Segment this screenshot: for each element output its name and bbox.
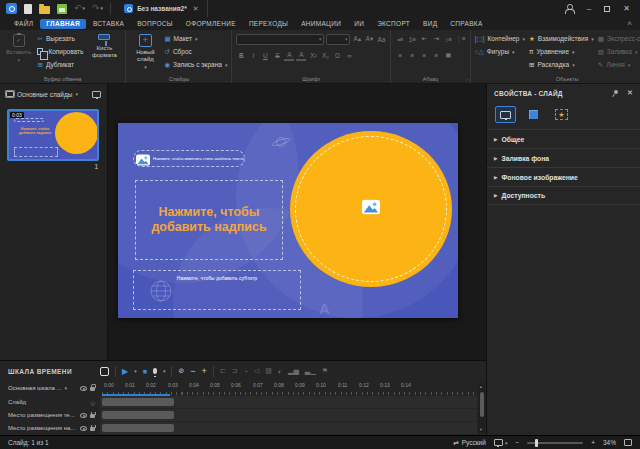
layout-dropdown-icon[interactable]: ▾ [195, 36, 198, 42]
underline-button[interactable]: U [260, 50, 270, 61]
section-accessibility[interactable]: ▶ Доступность [487, 186, 640, 205]
language-selector[interactable]: ⇄ Русский [453, 439, 486, 447]
new-slide-button[interactable]: + Новый слайд ▾ [130, 32, 160, 73]
tab-view[interactable]: ВИД [417, 19, 443, 29]
font-color-button[interactable]: A [296, 50, 306, 61]
zoom-out-button[interactable]: − [515, 439, 519, 446]
increase-font-button[interactable]: A▴ [352, 34, 362, 45]
close-tab-icon[interactable]: ✕ [191, 5, 201, 13]
numbered-list-button[interactable]: 1≡ [407, 34, 417, 45]
timeline-scrollbar[interactable]: ▲ ▼ [478, 383, 485, 433]
increase-indent-button[interactable]: ⇥ [431, 34, 441, 45]
contrast-icon[interactable]: ◐ [278, 368, 282, 375]
container-dropdown-icon[interactable]: ▾ [522, 36, 525, 42]
bold-button[interactable]: B [236, 50, 246, 61]
collapse-ribbon-icon[interactable]: ˄ [627, 19, 632, 28]
align-right-button[interactable]: ≡ [419, 50, 429, 61]
maximize-icon[interactable] [604, 6, 610, 12]
superscript-button[interactable]: X² [308, 50, 318, 61]
clear-format-button[interactable]: Aa [376, 34, 386, 45]
master-slides-dropdown-icon[interactable]: ▾ [75, 91, 78, 97]
slide-canvas[interactable]: Нажмите, чтобы изменить стиль шаблона те… [108, 84, 486, 360]
strikethrough-button[interactable]: S [272, 50, 282, 61]
media-icon[interactable]: ▨ [265, 367, 272, 375]
effects-properties-tab[interactable]: ★ [551, 106, 572, 123]
record-dropdown-icon[interactable]: ▾ [225, 62, 228, 68]
frame-icon[interactable] [100, 367, 109, 376]
copy-button[interactable]: Копировать [37, 45, 83, 58]
marker-icon[interactable]: ⚑ [322, 367, 328, 375]
scroll-up-icon[interactable]: ▲ [479, 384, 483, 389]
monitor-icon[interactable] [92, 91, 101, 98]
equalizer-icon[interactable]: ▂▅ [288, 367, 299, 375]
container-button[interactable]: [▢]Контейнер▾ [475, 32, 525, 45]
bullet-list-button[interactable]: •≡ [395, 34, 405, 45]
slide-thumbnail[interactable]: 0:03 Нажмите, чтобы добавить надпись [7, 109, 99, 161]
redo-button[interactable]: ↷▾ [92, 4, 103, 13]
font-family-select[interactable]: ▾ [236, 34, 324, 45]
document-tab[interactable]: Без названия2* ✕ [118, 0, 207, 17]
minimize-icon[interactable]: – [587, 4, 591, 13]
scrollbar-thumb[interactable] [480, 392, 484, 417]
eye-icon[interactable] [80, 386, 87, 391]
microphone-dropdown-icon[interactable]: ▾ [163, 368, 166, 374]
format-painter-button[interactable]: Кисть формата [87, 32, 121, 61]
new-document-icon[interactable] [24, 4, 32, 14]
tab-design[interactable]: ОФОРМЛЕНИЕ [180, 19, 242, 29]
italic-button[interactable]: I [248, 50, 258, 61]
interactions-dropdown-icon[interactable]: ▾ [591, 36, 594, 42]
tab-transitions[interactable]: ПЕРЕХОДЫ [243, 19, 294, 29]
slide-properties-tab[interactable] [495, 106, 516, 123]
new-slide-dropdown-icon[interactable]: ▾ [144, 65, 147, 71]
timeline-zoom-in-button[interactable]: + [202, 366, 207, 376]
shapes-button[interactable]: ○△Фигуры▾ [475, 45, 525, 58]
shading-button[interactable]: ▣ [443, 50, 453, 61]
screen-record-button[interactable]: ◉Запись с экрана▾ [164, 58, 227, 71]
zoom-slider-thumb[interactable] [535, 439, 538, 447]
scroll-down-icon[interactable]: ▼ [479, 427, 483, 432]
layout-button[interactable]: ▦Макет▾ [164, 32, 227, 45]
decrease-indent-button[interactable]: ⇤ [419, 34, 429, 45]
timeline-ruler[interactable]: 0:00 0:01 0:02 0:03 0:04 0:05 0:06 0:07 … [100, 381, 486, 395]
timeline-row-caption-placeholder[interactable]: Место размещения на... [0, 422, 486, 434]
zoom-level[interactable]: 34% [603, 439, 616, 446]
section-background-fill[interactable]: ▶ Заливка фона [487, 148, 640, 167]
section-background-image[interactable]: ▶ Фоновое изображение [487, 167, 640, 186]
arrange-button[interactable]: ⊞Раскладка▾ [529, 58, 594, 71]
fit-screen-icon[interactable] [624, 439, 632, 446]
timeline-row-slide[interactable]: Слайд ◇ [0, 396, 486, 408]
timeline-zoom-out-button[interactable]: − [190, 366, 195, 376]
subscript-button[interactable]: X₂ [320, 50, 330, 61]
master-slides-dropdown[interactable]: Основные слайды [17, 91, 72, 98]
redo-dropdown-icon[interactable]: ▾ [101, 6, 104, 11]
arrange-dropdown-icon[interactable]: ▾ [572, 62, 575, 68]
tab-home[interactable]: ГЛАВНАЯ [40, 19, 86, 29]
close-panel-icon[interactable]: ✕ [627, 89, 633, 97]
interactions-button[interactable]: ★Взаимодействия▾ [529, 32, 594, 45]
stop-button[interactable]: ■ [143, 368, 147, 375]
subtitle-placeholder[interactable]: Нажмите, чтобы добавить субтитр [133, 270, 301, 310]
main-track-dropdown-icon[interactable]: ▾ [64, 385, 67, 391]
align-justify-button[interactable]: ≡ [431, 50, 441, 61]
reset-button[interactable]: ↺Сброс [164, 45, 227, 58]
tab-ai[interactable]: ИИ [348, 19, 370, 29]
paste-button[interactable]: ✓ Вставить ▾ [4, 32, 33, 66]
link-button[interactable]: ∞ [344, 50, 354, 61]
decrease-font-button[interactable]: A▾ [364, 34, 374, 45]
save-icon[interactable] [57, 4, 67, 14]
track-area[interactable] [100, 396, 477, 408]
title-placeholder[interactable]: Нажмите, чтобы добавить надпись [135, 180, 283, 260]
track-area[interactable] [100, 409, 477, 421]
lock-icon[interactable] [90, 414, 95, 418]
track-clip[interactable] [102, 411, 174, 419]
tab-help[interactable]: СПРАВКА [444, 19, 488, 29]
symbol-button[interactable]: Ω [332, 50, 342, 61]
eye-icon[interactable] [80, 426, 87, 431]
lock-icon[interactable] [90, 427, 95, 431]
tag-icon[interactable]: ◇ [90, 399, 95, 406]
tab-questions[interactable]: ВОПРОСЫ [131, 19, 179, 29]
view-mode-button[interactable]: ▾ [494, 439, 508, 446]
timeline-row-text-placeholder[interactable]: Место размещения те... [0, 409, 486, 421]
eye-icon[interactable] [80, 413, 87, 418]
undo-button[interactable]: ↶▾ [74, 4, 85, 13]
